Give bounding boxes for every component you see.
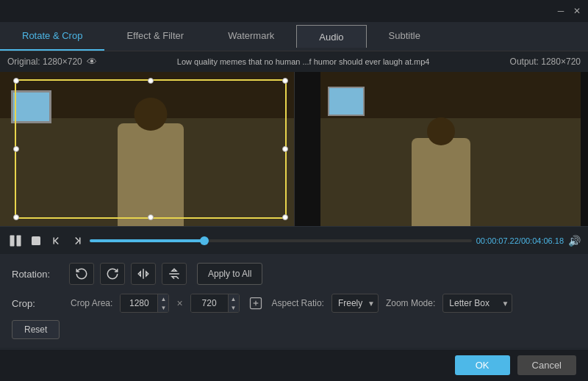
rotate-right-button[interactable] [100, 263, 125, 285]
tab-rotate-crop[interactable]: Rotate & Crop [0, 22, 104, 51]
next-frame-icon [71, 234, 84, 247]
filename-label: Low quality memes that no human ...f hum… [177, 57, 430, 66]
action-bar: OK Cancel [0, 349, 588, 381]
svg-rect-1 [17, 235, 21, 246]
tab-bar: Rotate & Crop Effect & Filter Watermark … [0, 22, 588, 51]
progress-track[interactable] [90, 239, 472, 242]
aspect-ratio-select[interactable]: Freely 16:9 4:3 1:1 9:16 [331, 294, 379, 313]
next-frame-button[interactable] [69, 233, 85, 249]
play-button[interactable] [7, 233, 24, 249]
tab-effect-filter[interactable]: Effect & Filter [104, 22, 206, 51]
preview-area [0, 72, 588, 226]
center-icon [248, 296, 263, 311]
crop-height-input[interactable] [191, 294, 228, 312]
eye-icon[interactable]: 👁 [87, 56, 97, 68]
rotation-label: Rotation: [12, 269, 63, 280]
crop-area-label: Crop Area: [71, 298, 112, 308]
center-button[interactable] [247, 294, 265, 312]
rotate-left-button[interactable] [69, 263, 94, 285]
apply-to-all-button[interactable]: Apply to All [197, 263, 262, 285]
crop-width-down[interactable]: ▼ [158, 303, 168, 312]
dimension-separator: × [176, 297, 182, 309]
progress-thumb[interactable] [200, 236, 209, 245]
zoom-mode-select-container: Letter Box Pan & Scan Full ▼ [442, 294, 512, 313]
controls-bar: 00:00:07.22/00:04:06.18 🔊 [0, 226, 588, 254]
stop-icon [29, 234, 43, 247]
title-bar: ─ ✕ [0, 0, 588, 22]
time-display: 00:00:07.22/00:04:06.18 [476, 236, 564, 245]
crop-row: Crop: Crop Area: ▲ ▼ × ▲ ▼ [12, 294, 576, 313]
flip-horizontal-icon [137, 267, 150, 280]
crop-label: Crop: [12, 298, 63, 309]
flip-vertical-icon [168, 267, 181, 280]
preview-left [0, 72, 295, 226]
controls-panel: Rotation: Apply to All [0, 254, 588, 348]
play-icon [9, 234, 22, 247]
volume-icon[interactable]: 🔊 [568, 235, 581, 247]
cancel-button[interactable]: Cancel [517, 355, 576, 375]
rotate-right-icon [106, 267, 119, 280]
aspect-ratio-label: Aspect Ratio: [272, 298, 324, 308]
prev-frame-button[interactable] [49, 233, 65, 249]
minimize-button[interactable]: ─ [556, 6, 566, 16]
flip-vertical-button[interactable] [162, 263, 187, 285]
svg-rect-0 [10, 235, 15, 246]
tab-subtitle[interactable]: Subtitle [367, 22, 442, 51]
output-size-label: Output: 1280×720 [510, 57, 581, 67]
crop-height-down[interactable]: ▼ [229, 303, 239, 312]
reset-row: Reset [12, 320, 576, 339]
aspect-ratio-select-container: Freely 16:9 4:3 1:1 9:16 ▼ [331, 294, 379, 313]
reset-button[interactable]: Reset [12, 320, 60, 339]
crop-width-up[interactable]: ▲ [158, 294, 168, 303]
original-size-label: Original: 1280×720 [7, 57, 82, 67]
prev-frame-icon [50, 234, 63, 247]
crop-height-up[interactable]: ▲ [229, 294, 239, 303]
preview-right [295, 72, 589, 226]
zoom-mode-select[interactable]: Letter Box Pan & Scan Full [442, 294, 512, 313]
svg-rect-2 [32, 236, 40, 245]
crop-width-input-wrap: ▲ ▼ [120, 294, 169, 313]
rotation-row: Rotation: Apply to All [12, 263, 576, 285]
crop-height-input-wrap: ▲ ▼ [190, 294, 240, 313]
ok-button[interactable]: OK [455, 355, 510, 375]
info-bar: Original: 1280×720 👁 Low quality memes t… [0, 51, 588, 72]
progress-fill [90, 239, 204, 242]
close-button[interactable]: ✕ [572, 6, 582, 16]
tab-watermark[interactable]: Watermark [206, 22, 296, 51]
tab-audio[interactable]: Audio [296, 25, 366, 48]
flip-horizontal-button[interactable] [131, 263, 156, 285]
stop-button[interactable] [28, 233, 44, 249]
zoom-mode-label: Zoom Mode: [386, 298, 435, 308]
crop-width-input[interactable] [121, 294, 157, 312]
rotate-left-icon [75, 267, 88, 280]
